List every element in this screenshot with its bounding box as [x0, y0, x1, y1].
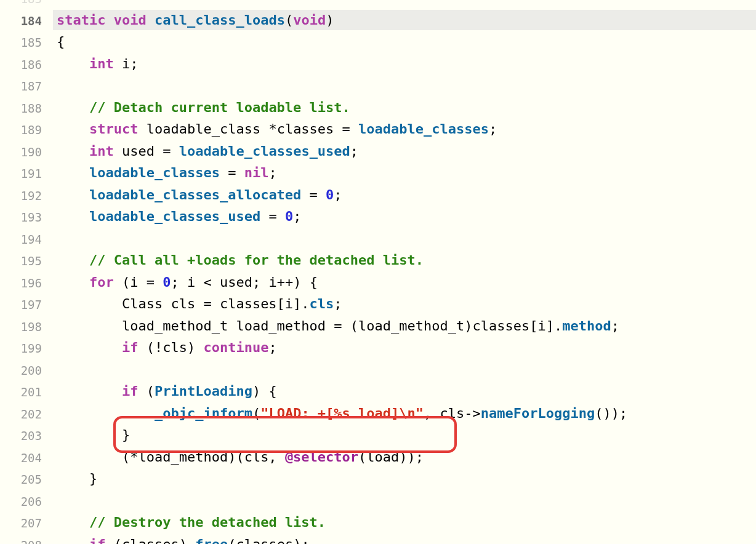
code-content[interactable]: // Detach current loadable list.	[53, 97, 756, 118]
code-content[interactable]	[53, 75, 756, 96]
token: ;	[293, 209, 301, 224]
code-content[interactable]: _objc_inform("LOAD: +[%s load]\n", cls->…	[53, 403, 756, 424]
token: loadable_classes_used	[179, 143, 350, 159]
line-number: 197	[0, 294, 53, 316]
code-content[interactable]: }	[53, 425, 756, 446]
code-content[interactable]: int used = loadable_classes_used;	[53, 141, 756, 162]
code-line[interactable]: 195 // Call all +loads for the detached …	[0, 250, 756, 272]
token: loadable_classes_used	[89, 209, 260, 224]
code-content[interactable]: // Destroy the detached list.	[53, 512, 756, 533]
line-number: 193	[0, 206, 53, 228]
code-line[interactable]: 184static void call_class_loads(void)	[0, 10, 756, 32]
code-content[interactable]: if (classes) free(classes);	[53, 534, 756, 545]
token: =	[260, 209, 285, 224]
code-line[interactable]: 199 if (!cls) continue;	[0, 337, 756, 359]
code-line[interactable]: 201 if (PrintLoading) {	[0, 381, 756, 403]
code-line[interactable]: 202 _objc_inform("LOAD: +[%s load]\n", c…	[0, 403, 756, 425]
token: _objc_inform	[155, 406, 252, 421]
code-content[interactable]	[53, 490, 756, 511]
token: =	[220, 165, 244, 180]
token: // Call all +loads for the detached list…	[89, 252, 424, 268]
token: if	[122, 383, 139, 399]
token	[57, 274, 89, 290]
token: if	[89, 537, 106, 545]
token: (	[285, 12, 293, 28]
code-content[interactable]: {	[53, 31, 756, 52]
code-line[interactable]: 207 // Destroy the detached list.	[0, 512, 756, 534]
code-line[interactable]: 192 loadable_classes_allocated = 0;	[0, 185, 756, 207]
code-line[interactable]: 186 int i;	[0, 54, 756, 76]
code-editor[interactable]: 183 184static void call_class_loads(void…	[0, 0, 756, 544]
code-line[interactable]: 196 for (i = 0; i < used; i++) {	[0, 272, 756, 294]
line-number: 196	[0, 272, 53, 294]
code-line[interactable]: 185{	[0, 31, 756, 54]
line-number: 199	[0, 337, 53, 359]
token: ;	[334, 296, 342, 311]
code-line[interactable]: 198 load_method_t load_method = (load_me…	[0, 316, 756, 338]
code-line[interactable]: 188 // Detach current loadable list.	[0, 97, 756, 119]
line-number: 203	[0, 425, 53, 447]
code-line[interactable]: 194	[0, 228, 756, 250]
token: (load));	[358, 449, 424, 465]
code-content[interactable]: loadable_classes = nil;	[53, 162, 756, 183]
line-number: 200	[0, 359, 53, 382]
code-content[interactable]	[53, 359, 756, 380]
code-line[interactable]: 204 (*load_method)(cls, @selector(load))…	[0, 447, 756, 469]
token	[57, 383, 122, 399]
code-content[interactable]: // Call all +loads for the detached list…	[53, 250, 756, 271]
code-content[interactable]: (*load_method)(cls, @selector(load));	[53, 447, 756, 468]
token: PrintLoading	[155, 383, 252, 399]
code-content[interactable]: }	[53, 468, 756, 489]
token: ;	[611, 318, 619, 334]
token	[57, 187, 89, 202]
code-content[interactable]: int i;	[53, 54, 756, 74]
code-line[interactable]: 190 int used = loadable_classes_used;	[0, 141, 756, 163]
token: used =	[114, 143, 179, 159]
code-line[interactable]: 200	[0, 359, 756, 382]
token: (	[252, 406, 260, 421]
token: {	[57, 34, 65, 49]
token	[57, 121, 89, 137]
code-content[interactable]: for (i = 0; i < used; i++) {	[53, 272, 756, 293]
token: 0	[326, 187, 334, 202]
code-content[interactable]: load_method_t load_method = (load_method…	[53, 316, 756, 337]
token: (	[138, 383, 155, 399]
line-number: 192	[0, 185, 53, 207]
code-content[interactable]	[53, 0, 756, 9]
token	[147, 12, 155, 28]
token: // Detach current loadable list.	[89, 100, 350, 115]
token: 0	[163, 274, 171, 290]
code-line[interactable]: 191 loadable_classes = nil;	[0, 162, 756, 185]
code-content[interactable]: static void call_class_loads(void)	[53, 10, 756, 31]
code-content[interactable]: struct loadable_class *classes = loadabl…	[53, 119, 756, 140]
token: ;	[334, 187, 342, 202]
code-content[interactable]	[53, 228, 756, 249]
token: continue	[203, 340, 268, 355]
token: free	[195, 537, 228, 545]
code-line[interactable]: 183	[0, 0, 756, 10]
token: , cls->	[424, 406, 481, 421]
token: ; i < used; i++) {	[171, 274, 317, 290]
token: for	[89, 274, 114, 290]
code-content[interactable]: if (!cls) continue;	[53, 337, 756, 358]
token: =	[301, 187, 326, 202]
line-number: 201	[0, 381, 53, 403]
code-line[interactable]: 187	[0, 75, 756, 97]
code-line[interactable]: 205 }	[0, 468, 756, 490]
code-line[interactable]: 193 loadable_classes_used = 0;	[0, 206, 756, 228]
code-line[interactable]: 189 struct loadable_class *classes = loa…	[0, 119, 756, 141]
line-number: 206	[0, 490, 53, 513]
token: if	[122, 340, 139, 355]
code-line[interactable]: 203 }	[0, 425, 756, 447]
code-content[interactable]: Class cls = classes[i].cls;	[53, 294, 756, 314]
code-line[interactable]: 208 if (classes) free(classes);	[0, 534, 756, 545]
line-number: 204	[0, 447, 53, 469]
code-line[interactable]: 197 Class cls = classes[i].cls;	[0, 294, 756, 316]
token: call_class_loads	[155, 12, 285, 28]
token	[57, 143, 89, 159]
code-content[interactable]: if (PrintLoading) {	[53, 381, 756, 402]
code-content[interactable]: loadable_classes_used = 0;	[53, 206, 756, 227]
code-content[interactable]: loadable_classes_allocated = 0;	[53, 185, 756, 206]
code-line[interactable]: 206	[0, 490, 756, 513]
token: (i =	[114, 274, 163, 290]
